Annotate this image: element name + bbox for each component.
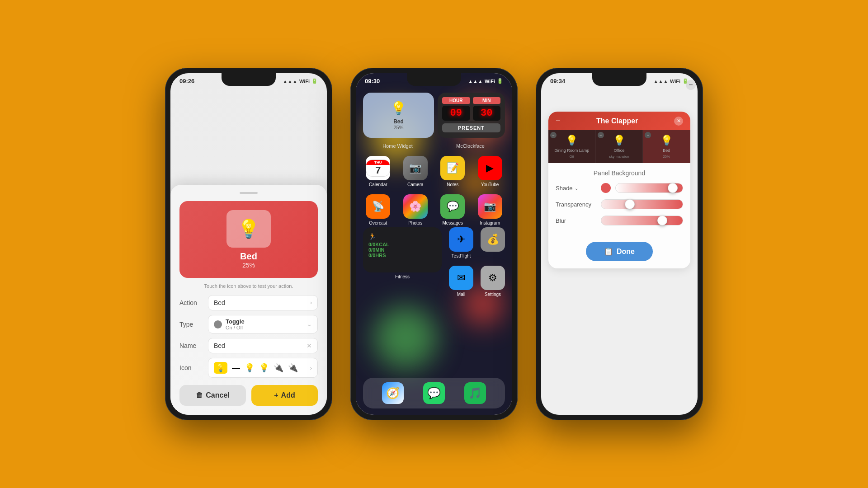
- action-row: Action Bed ›: [179, 295, 318, 310]
- clapper-close-icon[interactable]: ✕: [674, 117, 683, 126]
- transparency-row: Transparency: [556, 199, 683, 209]
- status-icons-1: ▲▲▲ WiFi 🔋: [283, 78, 318, 84]
- phone-1: 09:26 ▲▲▲ WiFi 🔋 💡 Bed 25%: [165, 68, 332, 420]
- overcast-label: Overcast: [369, 221, 387, 225]
- mail-label: Mail: [457, 292, 465, 297]
- clapper-light-1[interactable]: − 💡 Dining Room Lamp Off: [548, 130, 596, 163]
- clapper-light-3[interactable]: − 💡 Bed 25%: [643, 130, 690, 163]
- dock-whatsapp[interactable]: 💬: [423, 382, 445, 404]
- notch-1: [222, 73, 276, 86]
- icon-picker[interactable]: 💡 — 💡 💡 🔌 🔌 ›: [208, 358, 318, 378]
- clapper-light-1-minus-icon[interactable]: −: [550, 132, 557, 138]
- messages-label: Messages: [442, 221, 463, 225]
- app-messages[interactable]: 💬 Messages: [438, 194, 468, 225]
- clapper-light-1-icon: 💡: [566, 135, 578, 146]
- signal-icon-3: ▲▲▲: [653, 79, 668, 84]
- photos-icon: 🌸: [403, 194, 428, 219]
- widget-labels: Home Widget McClockface: [356, 141, 512, 152]
- app-grid-row1: THU 7 Calendar 📷 Camera 📝 Notes ▶ Yo: [356, 152, 512, 191]
- app-overcast[interactable]: 📡 Overcast: [363, 194, 393, 225]
- fitness-hrs: 0/0HRS: [368, 253, 436, 258]
- time-2: 09:30: [365, 78, 380, 84]
- dock-spotify[interactable]: 🎵: [464, 382, 486, 404]
- app-misc[interactable]: 💰: [481, 227, 505, 258]
- camera-label: Camera: [407, 182, 424, 187]
- type-field[interactable]: Toggle On / Off ⌄: [208, 315, 318, 333]
- trash-icon: 🗑: [196, 391, 203, 399]
- clapper-light-2-name: Office: [614, 148, 624, 153]
- add-icon: +: [274, 391, 278, 399]
- icon-opt-1[interactable]: 💡: [214, 362, 227, 374]
- battery-icon-2: 🔋: [497, 78, 503, 84]
- action-field[interactable]: Bed ›: [208, 295, 318, 310]
- preview-name: Bed: [240, 251, 257, 262]
- cancel-button[interactable]: 🗑 Cancel: [179, 385, 246, 406]
- app-fitness[interactable]: 🏃 0/0KCAL 0/0MIN 0/0HRS Fitness: [363, 227, 442, 297]
- icon-more-icon[interactable]: ›: [310, 365, 312, 371]
- dock: 🧭 💬 🎵: [363, 378, 505, 408]
- app-mail[interactable]: ✉ Mail: [449, 266, 473, 297]
- light-widget[interactable]: 💡 Bed 25%: [363, 93, 434, 138]
- icon-opt-6[interactable]: 🔌: [288, 363, 298, 373]
- photos-label: Photos: [408, 221, 422, 225]
- bokeh-3: [374, 306, 437, 370]
- min-digit: 30: [473, 106, 501, 121]
- toggle-sub: On / Off: [226, 325, 245, 330]
- mcclockface-label: McClockface: [436, 143, 505, 149]
- phone-3: 09:34 ▲▲▲ WiFi 🔋 − − The Clapper ✕: [536, 68, 703, 420]
- fitness-label: Fitness: [395, 274, 410, 279]
- shade-row: Shade ⌄: [556, 183, 683, 193]
- hour-digit: 09: [442, 106, 470, 121]
- instagram-label: Instagram: [480, 221, 500, 225]
- clapper-light-3-minus-icon[interactable]: −: [645, 132, 651, 138]
- done-container: 📋 Done: [548, 238, 690, 268]
- dock-safari[interactable]: 🧭: [382, 382, 404, 404]
- app-notes[interactable]: 📝 Notes: [438, 156, 468, 187]
- panel-bg-section: Panel Background Shade ⌄: [548, 163, 690, 238]
- app-instagram[interactable]: 📷 Instagram: [475, 194, 505, 225]
- shade-thumb[interactable]: [668, 183, 678, 193]
- app-photos[interactable]: 🌸 Photos: [401, 194, 431, 225]
- transparency-thumb[interactable]: [625, 199, 635, 209]
- app-testflight[interactable]: ✈ TestFlight: [449, 227, 473, 258]
- icon-opt-3[interactable]: 💡: [245, 363, 255, 373]
- name-field[interactable]: Bed ✕: [208, 338, 318, 353]
- notes-icon: 📝: [440, 156, 465, 180]
- light-bulb-icon: 💡: [237, 218, 260, 239]
- icon-opt-5[interactable]: 🔌: [274, 363, 283, 373]
- icon-opt-4[interactable]: 💡: [259, 363, 269, 373]
- blur-thumb[interactable]: [657, 216, 667, 225]
- action-sheet: 💡 Bed 25% Touch the icon above to test y…: [170, 185, 327, 415]
- icon-opt-2[interactable]: —: [232, 363, 240, 373]
- light-preview[interactable]: 💡 Bed 25%: [179, 201, 318, 278]
- app-calendar[interactable]: THU 7 Calendar: [363, 156, 393, 187]
- transparency-slider[interactable]: [601, 199, 683, 209]
- clapper-panel: − The Clapper ✕ − 💡 Dining Room Lamp Off: [548, 112, 690, 268]
- overcast-icon: 📡: [366, 194, 390, 219]
- notes-label: Notes: [447, 182, 458, 187]
- done-icon: 📋: [604, 247, 613, 256]
- widget-light-name: Bed: [393, 118, 404, 125]
- app-youtube[interactable]: ▶ YouTube: [475, 156, 505, 187]
- shade-color-dot[interactable]: [601, 183, 611, 193]
- light-icon-bg: 💡: [226, 210, 271, 248]
- clapper-light-2[interactable]: − 💡 Office sky mansion: [596, 130, 643, 163]
- done-button[interactable]: 📋 Done: [586, 242, 653, 261]
- clapper-minus-left-icon[interactable]: −: [556, 116, 561, 126]
- name-clear-icon[interactable]: ✕: [307, 342, 312, 349]
- clapper-light-2-minus-icon[interactable]: −: [598, 132, 604, 138]
- add-button[interactable]: + Add: [251, 385, 318, 406]
- app-settings[interactable]: ⚙ Settings: [481, 266, 505, 297]
- messages-icon: 💬: [440, 194, 465, 219]
- shade-slider[interactable]: [615, 183, 683, 193]
- widget-light-pct: 25%: [393, 125, 403, 130]
- time-1: 09:26: [179, 78, 194, 84]
- notch-2: [407, 73, 461, 86]
- app-camera[interactable]: 📷 Camera: [401, 156, 431, 187]
- blur-slider[interactable]: [601, 216, 683, 225]
- hour-label: HOUR: [442, 97, 470, 104]
- done-label: Done: [617, 248, 635, 256]
- mail-icon: ✉: [449, 266, 473, 290]
- misc-icon: 💰: [481, 227, 505, 252]
- clock-widget[interactable]: HOUR MIN 09 30 PRESENT: [438, 93, 505, 138]
